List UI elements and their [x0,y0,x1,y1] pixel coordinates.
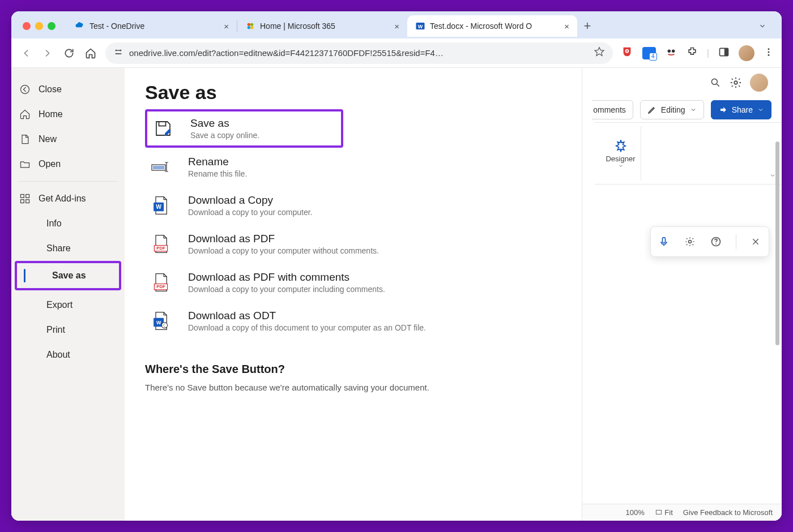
svg-text:W: W [418,24,423,29]
close-icon[interactable] [749,235,762,248]
dictation-settings-icon[interactable] [683,235,697,248]
settings-icon[interactable] [730,76,742,89]
site-settings-icon[interactable] [113,47,123,59]
svg-text:PDF: PDF [156,284,165,289]
option-download-copy[interactable]: W Download a Copy Download a copy to you… [145,186,561,225]
account-avatar[interactable] [750,74,768,92]
zoom-level[interactable]: 100% [625,508,644,517]
option-title: Rename [188,156,247,168]
option-title: Download as PDF [188,233,379,245]
sidebar-item-home[interactable]: Home [11,102,125,127]
option-subtitle: Download a copy to your computer without… [188,246,379,255]
sidebar-item-share[interactable]: Share [11,236,125,261]
tab-label: Test.docx - Microsoft Word O [430,22,532,31]
svg-rect-30 [153,166,164,169]
svg-point-0 [248,23,250,26]
option-title: Download a Copy [188,194,312,207]
tab-m365[interactable]: Home | Microsoft 365 × [237,15,407,37]
svg-point-22 [716,243,717,244]
designer-button[interactable]: Designer [600,126,641,181]
option-download-pdf-comments[interactable]: PDF Download as PDF with comments Downlo… [145,263,561,302]
option-title: Download as PDF with comments [188,271,385,284]
content-area: omments Editing Share Designer [11,68,782,521]
window-minimize-icon[interactable] [35,22,43,30]
rename-icon [150,156,172,178]
editing-mode-dropdown[interactable]: Editing [640,100,704,119]
svg-text:W: W [156,204,161,210]
bookmark-icon[interactable] [594,46,605,59]
help-icon[interactable] [709,235,723,248]
window-fullscreen-icon[interactable] [48,22,56,30]
extensions-button[interactable] [687,46,698,60]
tab-close-icon[interactable]: × [224,22,229,31]
svg-rect-19 [663,238,666,243]
option-subtitle: Save a copy online. [190,131,259,140]
search-icon[interactable] [709,76,722,89]
svg-rect-25 [26,195,29,198]
save-as-icon [152,117,174,140]
svg-point-14 [768,48,770,50]
back-button[interactable] [19,46,33,60]
sidebar-item-close[interactable]: Close [11,77,125,102]
tab-close-icon[interactable]: × [564,22,569,31]
comments-button[interactable]: omments [592,100,633,119]
extension-badge-icon[interactable] [642,47,656,59]
reload-button[interactable] [62,46,76,60]
window-controls [23,22,56,30]
tab-word-active[interactable]: W Test.docx - Microsoft Word O × [407,15,577,37]
sidebar-item-save-as[interactable]: Save as [17,263,119,288]
sidebar-item-info[interactable]: Info [11,211,125,236]
option-title: Save as [190,117,259,130]
home-button[interactable] [84,46,97,60]
svg-rect-27 [26,200,29,203]
svg-rect-26 [21,200,24,203]
tab-close-icon[interactable]: × [394,22,399,31]
ribbon-underlay: omments Editing Share Designer [595,68,782,521]
m365-icon [245,21,255,31]
odt-icon: W [150,310,172,332]
svg-point-1 [250,23,253,26]
feedback-link[interactable]: Give Feedback to Microsoft [683,508,773,517]
extension-icon[interactable] [665,46,677,61]
sidebar-item-new[interactable]: New [11,127,125,152]
address-bar[interactable]: onedrive.live.com/edit?action=editnew&id… [105,42,613,64]
svg-point-10 [667,49,671,53]
sidebar-item-open[interactable]: Open [11,152,125,177]
svg-point-3 [250,26,253,29]
svg-point-16 [768,54,770,55]
sidepanel-icon[interactable] [718,46,730,60]
file-sidebar: Close Home New Open Get Add-ins [11,68,125,521]
option-download-pdf[interactable]: PDF Download as PDF Download a copy to y… [145,225,561,263]
profile-avatar[interactable] [739,45,754,61]
ribbon-actions: omments Editing Share [595,97,782,122]
sidebar-item-addins[interactable]: Get Add-ins [11,186,125,211]
new-tab-button[interactable]: + [577,19,598,33]
scrollbar-thumb[interactable] [775,141,779,345]
forward-button[interactable] [41,46,54,60]
tab-strip: Test - OneDrive × Home | Microsoft 365 ×… [11,11,782,38]
option-subtitle: Download a copy of this document to your… [188,323,426,332]
option-subtitle: Rename this file. [188,169,247,178]
tab-label: Test - OneDrive [89,22,144,31]
browser-toolbar: onedrive.live.com/edit?action=editnew&id… [11,38,782,68]
where-save-heading: Where's the Save Button? [145,363,561,376]
option-download-odt[interactable]: W Download as ODT Download a copy of thi… [145,302,561,340]
option-save-as[interactable]: Save as Save a copy online. [145,109,343,148]
microphone-icon[interactable] [657,235,671,248]
window-close-icon[interactable] [23,22,31,30]
sidebar-item-export[interactable]: Export [11,293,125,318]
tabs-menu-button[interactable] [754,18,770,34]
option-rename[interactable]: Rename Rename this file. [145,148,561,186]
share-button[interactable]: Share [711,100,771,119]
where-save-body: There's no Save button because we're aut… [145,383,561,392]
fit-button[interactable]: Fit [655,508,673,517]
sidebar-item-print[interactable]: Print [11,318,125,342]
tab-onedrive[interactable]: Test - OneDrive × [67,15,237,37]
ublock-icon[interactable] [621,46,633,61]
browser-menu-button[interactable] [764,47,774,59]
svg-text:W: W [156,320,161,325]
sidebar-item-about[interactable]: About [11,342,125,367]
option-subtitle: Download a copy to your computer includi… [188,285,385,294]
chevron-down-icon [757,106,764,113]
svg-rect-40 [656,510,661,514]
